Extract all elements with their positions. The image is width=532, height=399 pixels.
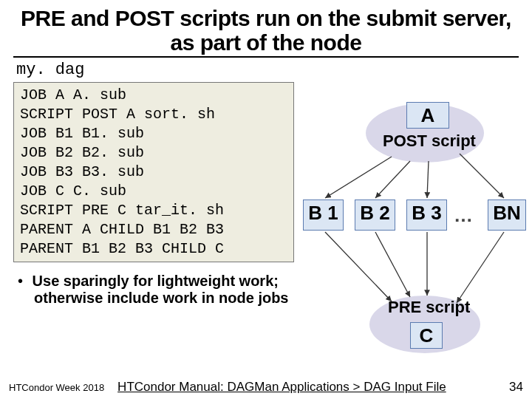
bullet-item: • Use sparingly for lightweight work; ot… bbox=[18, 273, 321, 307]
pre-script-label: PRE script bbox=[388, 298, 470, 317]
code-line: JOB B1 B1. sub bbox=[20, 125, 144, 142]
code-line: JOB A A. sub bbox=[20, 86, 126, 103]
ellipsis-icon: … bbox=[454, 204, 474, 227]
footer-left: HTCondor Week 2018 bbox=[9, 382, 104, 393]
svg-line-5 bbox=[375, 232, 410, 297]
bullet-line1: Use sparingly for lightweight work; bbox=[33, 273, 279, 289]
node-c: C bbox=[410, 322, 443, 349]
page-number: 34 bbox=[509, 380, 523, 395]
svg-line-0 bbox=[325, 157, 392, 198]
svg-line-2 bbox=[427, 161, 429, 198]
code-line: PARENT A CHILD B1 B2 B3 bbox=[20, 221, 224, 238]
svg-line-1 bbox=[375, 161, 410, 198]
dag-filename: my. dag bbox=[16, 61, 519, 79]
bullet-line2: otherwise include work in node jobs bbox=[34, 290, 321, 307]
post-script-label: POST script bbox=[383, 132, 476, 151]
svg-line-4 bbox=[325, 232, 392, 301]
node-b3: B 3 bbox=[406, 200, 447, 231]
code-block: JOB A A. sub SCRIPT POST A sort. sh JOB … bbox=[13, 82, 294, 262]
bullet-marker: • bbox=[18, 273, 28, 290]
node-b2: B 2 bbox=[355, 200, 395, 231]
svg-line-3 bbox=[460, 154, 504, 198]
svg-line-7 bbox=[457, 232, 504, 303]
code-line: JOB B3 B3. sub bbox=[20, 163, 144, 180]
node-bn: BN bbox=[488, 200, 526, 231]
code-line: JOB C C. sub bbox=[20, 183, 126, 200]
slide-title: PRE and POST scripts run on the submit s… bbox=[13, 6, 519, 58]
dag-diagram: A POST script B 1 B 2 B 3 … BN PRE scrip… bbox=[296, 96, 525, 362]
footer-manual-link[interactable]: HTCondor Manual: DAGMan Applications > D… bbox=[117, 380, 509, 395]
code-line: JOB B2 B2. sub bbox=[20, 144, 144, 161]
code-line: PARENT B1 B2 B3 CHILD C bbox=[20, 240, 224, 257]
node-b1: B 1 bbox=[303, 200, 344, 231]
footer: HTCondor Week 2018 HTCondor Manual: DAGM… bbox=[0, 380, 532, 395]
code-line: SCRIPT POST A sort. sh bbox=[20, 106, 215, 123]
node-a: A bbox=[406, 102, 449, 129]
code-line: SCRIPT PRE C tar_it. sh bbox=[20, 202, 224, 219]
